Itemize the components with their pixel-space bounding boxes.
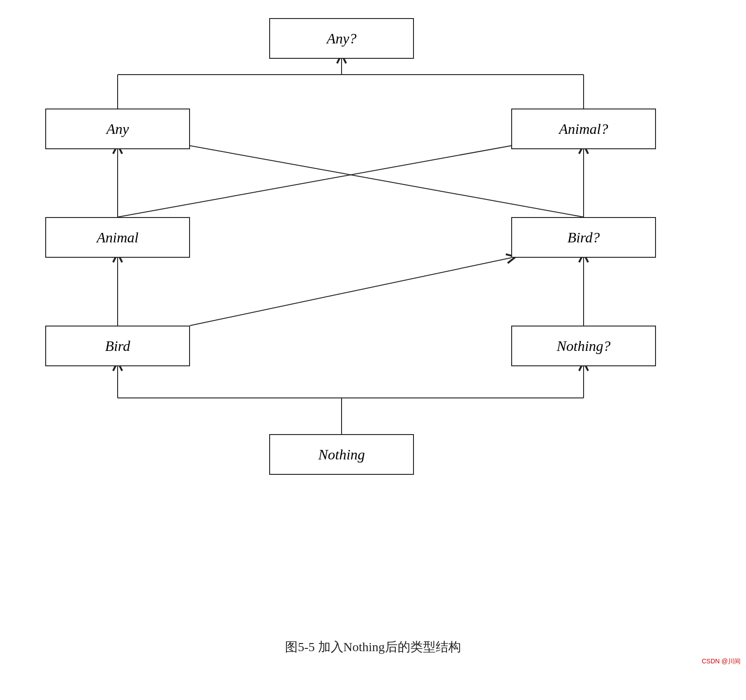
svg-line-9	[190, 258, 511, 326]
caption: 图5-5 加入Nothing后的类型结构	[0, 639, 746, 656]
node-nothing: Nothing	[269, 434, 414, 475]
node-birdQ: Bird?	[511, 217, 656, 258]
node-nothingQ: Nothing?	[511, 326, 656, 366]
node-anyQ: Any?	[269, 18, 414, 59]
diagram-container: Any? Any Animal? Animal Bird? Bird Nothi…	[0, 0, 746, 669]
node-animalQ: Animal?	[511, 109, 656, 149]
node-animal: Animal	[45, 217, 190, 258]
node-bird: Bird	[45, 326, 190, 366]
csdn-watermark: CSDN @川间	[702, 657, 741, 666]
node-any: Any	[45, 109, 190, 149]
